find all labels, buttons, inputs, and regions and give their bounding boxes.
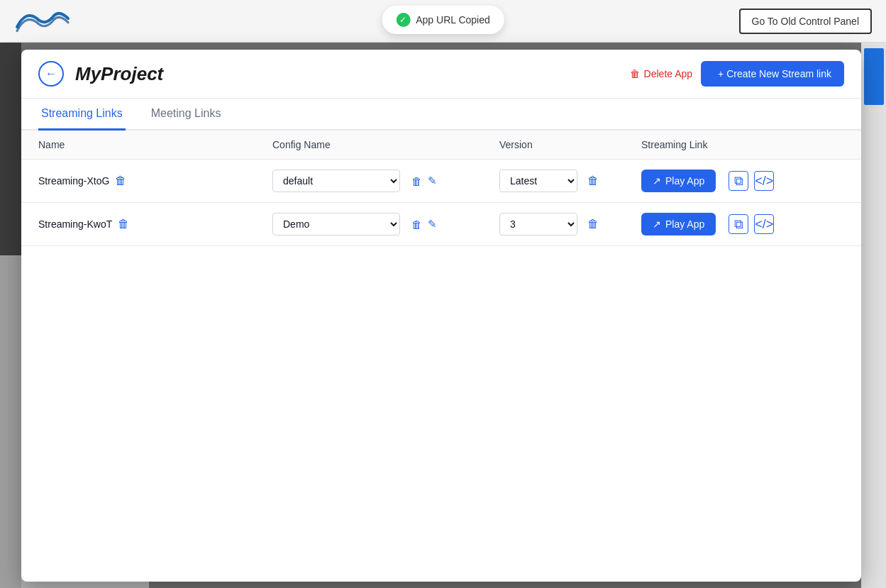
col-header-config: Config Name [272, 139, 499, 150]
col-header-name: Name [38, 139, 272, 150]
row2-link-action-icons: ⧉ </> [729, 214, 774, 234]
go-to-old-button[interactable]: Go To Old Control Panel [739, 9, 873, 34]
row1-name-cell: Streaming-XtoG 🗑 [38, 174, 272, 187]
row1-delete-icon[interactable]: 🗑 [115, 174, 126, 187]
row1-version-delete-icon[interactable]: 🗑 [587, 174, 599, 187]
tabs-container: Streaming Links Meeting Links [21, 99, 861, 131]
row2-external-link-icon: ↗ [653, 218, 661, 230]
side-nav [0, 43, 21, 255]
row2-version-select[interactable]: Latest 1 2 3 [499, 213, 577, 235]
modal: ← MyProject 🗑 Delete App + Create New St… [21, 50, 861, 582]
table-row: Streaming-XtoG 🗑 default Demo 🗑 ✎ Lat [21, 160, 861, 203]
row1-embed-icon[interactable]: </> [754, 171, 774, 191]
right-edge-btn[interactable] [864, 48, 884, 105]
modal-overlay: ← MyProject 🗑 Delete App + Create New St… [21, 43, 861, 588]
logo [14, 7, 71, 35]
toast-message: App URL Copied [416, 14, 490, 26]
tab-meeting-links[interactable]: Meeting Links [148, 99, 224, 131]
trash-icon: 🗑 [630, 68, 640, 79]
row1-config-edit-icon[interactable]: ✎ [428, 174, 437, 187]
row1-copy-link-icon[interactable]: ⧉ [729, 171, 748, 191]
row1-config-cell: default Demo 🗑 ✎ [272, 170, 499, 192]
row1-name: Streaming-XtoG [38, 175, 109, 187]
row1-link-action-icons: ⧉ </> [729, 171, 774, 191]
modal-title: MyProject [75, 63, 163, 85]
row2-delete-icon[interactable]: 🗑 [118, 218, 129, 231]
row1-external-link-icon: ↗ [653, 175, 661, 187]
row2-copy-link-icon[interactable]: ⧉ [729, 214, 748, 234]
delete-app-button[interactable]: 🗑 Delete App [630, 68, 693, 79]
row2-name: Streaming-KwoT [38, 218, 112, 230]
row1-config-select[interactable]: default Demo [272, 170, 400, 192]
col-header-streaming-link: Streaming Link [641, 139, 844, 150]
row2-embed-icon[interactable]: </> [754, 214, 774, 234]
table-row: Streaming-KwoT 🗑 default Demo 🗑 ✎ Lat [21, 203, 861, 246]
row2-config-cell: default Demo 🗑 ✎ [272, 213, 499, 235]
row2-version-delete-icon[interactable]: 🗑 [587, 218, 599, 231]
create-stream-button[interactable]: + Create New Stream link [701, 61, 844, 87]
row1-play-app-button[interactable]: ↗ Play App [641, 170, 716, 192]
table-header: Name Config Name Version Streaming Link [21, 131, 861, 160]
row1-streaming-link-cell: ↗ Play App ⧉ </> [641, 170, 844, 192]
modal-header-left: ← MyProject [38, 61, 163, 87]
row2-streaming-link-cell: ↗ Play App ⧉ </> [641, 213, 844, 235]
row2-play-app-button[interactable]: ↗ Play App [641, 213, 716, 235]
modal-header-right: 🗑 Delete App + Create New Stream link [630, 61, 844, 87]
toast-check-icon: ✓ [396, 13, 410, 27]
back-arrow-icon: ← [45, 67, 57, 80]
right-edge-panel [861, 43, 886, 588]
row2-version-cell: Latest 1 2 3 🗑 [499, 213, 641, 235]
row1-config-delete-icon[interactable]: 🗑 [411, 175, 422, 187]
row2-config-select[interactable]: default Demo [272, 213, 400, 235]
row1-version-cell: Latest 1 2 3 🗑 [499, 170, 641, 192]
streaming-links-table: Name Config Name Version Streaming Link … [21, 131, 861, 246]
toast-notification: ✓ App URL Copied [382, 6, 504, 34]
back-button[interactable]: ← [38, 61, 64, 87]
row2-config-edit-icon[interactable]: ✎ [428, 218, 437, 231]
col-header-version: Version [499, 139, 641, 150]
row1-config-icons: 🗑 ✎ [411, 174, 437, 187]
row2-config-delete-icon[interactable]: 🗑 [411, 218, 422, 231]
tab-streaming-links[interactable]: Streaming Links [38, 99, 126, 131]
row2-name-cell: Streaming-KwoT 🗑 [38, 218, 272, 231]
row1-version-select[interactable]: Latest 1 2 3 [499, 170, 577, 192]
modal-header: ← MyProject 🗑 Delete App + Create New St… [21, 50, 861, 99]
row2-config-icons: 🗑 ✎ [411, 218, 437, 231]
